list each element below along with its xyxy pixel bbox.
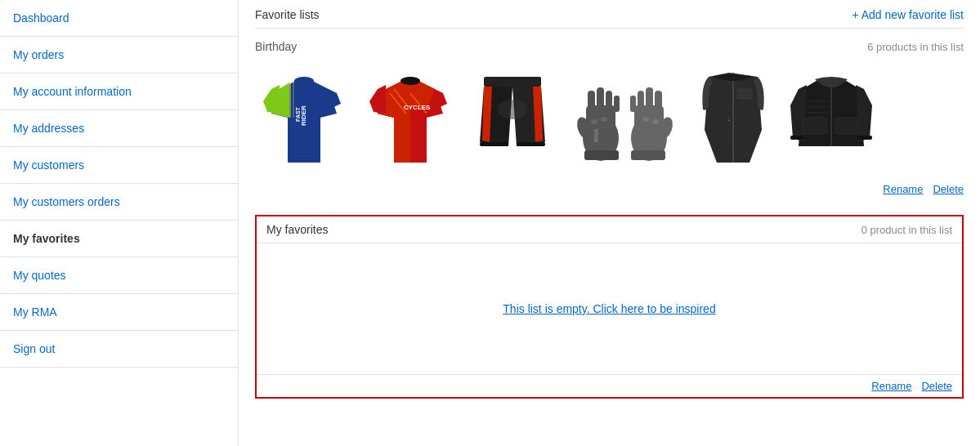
product-item-3[interactable] xyxy=(468,65,557,173)
svg-rect-30 xyxy=(588,91,595,111)
birthday-list-section: Birthday 6 products in this list xyxy=(255,35,964,202)
my-favorites-section: My favorites 0 product in this list This… xyxy=(255,215,964,399)
svg-rect-64 xyxy=(835,118,858,134)
svg-rect-63 xyxy=(803,118,827,134)
sidebar: Dashboard My orders My account informati… xyxy=(0,0,239,446)
product-item-6[interactable] xyxy=(786,65,876,173)
svg-rect-66 xyxy=(858,136,872,140)
svg-rect-35 xyxy=(584,150,619,160)
product-item-1[interactable]: FAST RIDER xyxy=(255,65,353,173)
sidebar-item-my-rma[interactable]: My RMA xyxy=(0,294,238,331)
section-title: Favorite lists xyxy=(255,8,320,21)
add-new-favorite-list-button[interactable]: + Add new favorite list xyxy=(852,8,964,21)
svg-point-37 xyxy=(601,117,607,122)
svg-point-36 xyxy=(591,119,597,124)
birthday-list-row: Birthday 6 products in this list xyxy=(255,35,964,58)
svg-rect-33 xyxy=(614,96,620,112)
birthday-rename-button[interactable]: Rename xyxy=(883,183,923,195)
svg-point-47 xyxy=(642,117,649,122)
my-favorites-delete-button[interactable]: Delete xyxy=(921,380,952,392)
svg-marker-58 xyxy=(856,85,872,142)
svg-rect-45 xyxy=(631,150,665,160)
svg-rect-42 xyxy=(646,87,653,110)
my-favorites-rename-button[interactable]: Rename xyxy=(871,380,911,392)
sidebar-item-my-quotes[interactable]: My quotes xyxy=(0,257,238,294)
sidebar-item-my-addresses[interactable]: My addresses xyxy=(0,110,238,147)
svg-text:RISK: RISK xyxy=(593,128,599,142)
sidebar-item-my-customers-orders[interactable]: My customers orders xyxy=(0,184,238,221)
sidebar-item-my-orders[interactable]: My orders xyxy=(0,37,238,74)
svg-rect-25 xyxy=(480,142,508,146)
birthday-list-name: Birthday xyxy=(255,40,297,53)
svg-marker-3 xyxy=(329,89,341,109)
svg-text:●: ● xyxy=(727,118,731,123)
birthday-list-count: 6 products in this list xyxy=(867,41,964,53)
svg-rect-43 xyxy=(638,91,644,111)
svg-point-15 xyxy=(401,77,420,85)
svg-point-4 xyxy=(294,77,314,85)
my-favorites-actions: Rename Delete xyxy=(257,374,962,397)
sidebar-item-my-favorites[interactable]: My favorites xyxy=(0,221,238,257)
svg-rect-44 xyxy=(630,96,636,112)
svg-text:RIDER: RIDER xyxy=(300,105,307,126)
svg-marker-16 xyxy=(369,85,386,114)
favorites-body: This list is empty. Click here to be ins… xyxy=(257,243,962,374)
birthday-products-row: FAST RIDER xyxy=(255,58,964,180)
empty-list-inspire-link[interactable]: This list is empty. Click here to be ins… xyxy=(503,302,715,315)
svg-marker-2 xyxy=(263,85,280,114)
sidebar-item-my-customers[interactable]: My customers xyxy=(0,147,238,184)
svg-rect-50 xyxy=(737,89,752,99)
product-item-5[interactable]: ● xyxy=(688,65,778,173)
sidebar-item-my-account-information[interactable]: My account information xyxy=(0,74,238,110)
svg-rect-65 xyxy=(790,136,804,140)
svg-point-24 xyxy=(498,100,527,119)
section-header: Favorite lists + Add new favorite list xyxy=(255,0,964,29)
birthday-list-actions: Rename Delete xyxy=(255,180,964,202)
svg-rect-26 xyxy=(517,142,545,146)
svg-rect-32 xyxy=(606,91,612,111)
svg-rect-41 xyxy=(655,91,662,111)
my-favorites-list-count: 0 product in this list xyxy=(861,224,952,236)
svg-text:CYCLES: CYCLES xyxy=(404,104,431,111)
sidebar-item-dashboard[interactable]: Dashboard xyxy=(0,0,238,37)
product-item-2[interactable]: CYCLES xyxy=(361,65,459,173)
sidebar-item-sign-out[interactable]: Sign out xyxy=(0,331,238,368)
main-content: Favorite lists + Add new favorite list B… xyxy=(239,0,980,446)
favorites-section-header: My favorites 0 product in this list xyxy=(257,216,962,243)
birthday-delete-button[interactable]: Delete xyxy=(933,183,964,195)
my-favorites-list-name: My favorites xyxy=(266,223,328,236)
svg-rect-31 xyxy=(597,87,604,110)
svg-marker-17 xyxy=(435,89,447,109)
product-item-4[interactable]: RISK xyxy=(566,65,680,173)
svg-rect-19 xyxy=(484,77,541,87)
svg-point-46 xyxy=(652,119,659,124)
